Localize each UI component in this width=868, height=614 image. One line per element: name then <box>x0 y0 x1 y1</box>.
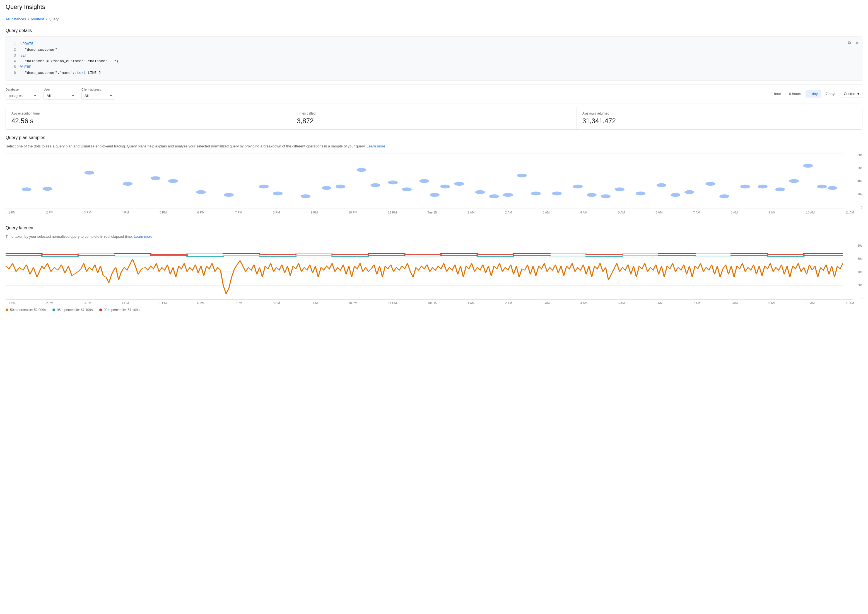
lat-x-5pm: 5 PM <box>160 301 167 305</box>
x-label-8pm: 8 PM <box>273 211 280 214</box>
svg-point-37 <box>656 183 666 187</box>
lat-x-3pm: 3 PM <box>84 301 91 305</box>
database-label: Database <box>6 88 39 91</box>
svg-point-46 <box>803 164 813 168</box>
legend-95th: 95th percentile: 67.109s <box>53 308 93 312</box>
query-plan-section: Query plan samples Select one of the dot… <box>6 135 862 214</box>
user-select[interactable]: All <box>44 92 77 100</box>
svg-point-6 <box>43 187 53 191</box>
x-label-9pm: 9 PM <box>311 211 318 214</box>
time-btn-6hours[interactable]: 6 hours <box>786 90 804 98</box>
code-text-6: "demo_customer"."name"::text LIKE ? <box>20 70 101 76</box>
query-latency-section: Query latency Time taken by your selecte… <box>6 225 862 312</box>
stats-row: Avg execution time 42.56 s Times called … <box>6 107 862 130</box>
copy-button[interactable]: ⧉ <box>846 39 852 47</box>
svg-point-26 <box>475 190 485 194</box>
main-content: Query details 1 UPDATE 2 "demo_customer"… <box>0 28 868 324</box>
scatter-y-20: 20s <box>852 192 862 196</box>
svg-point-22 <box>419 179 429 183</box>
time-btn-1hour[interactable]: 1 hour <box>768 90 785 98</box>
stat-avg-rows: Avg rows returned 31,341.472 <box>577 107 862 129</box>
x-label-9am: 9 AM <box>768 211 775 214</box>
x-label-2pm: 2 PM <box>46 211 53 214</box>
latency-chart-area <box>6 244 852 299</box>
query-latency-desc: Time taken by your selected normalized q… <box>6 234 862 239</box>
svg-point-10 <box>168 179 178 183</box>
svg-point-14 <box>273 192 283 195</box>
x-label-1am: 1 AM <box>467 211 474 214</box>
svg-point-12 <box>224 193 234 197</box>
x-label-11pm: 11 PM <box>388 211 397 214</box>
time-btn-custom[interactable]: Custom ▾ <box>841 90 862 98</box>
scatter-y-60: 60s <box>852 166 862 170</box>
breadcrumb-query: Query <box>49 17 59 21</box>
scatter-y-0: 0 <box>852 206 862 209</box>
svg-point-23 <box>430 193 440 197</box>
query-plan-learn-more[interactable]: Learn more <box>367 144 385 148</box>
svg-point-19 <box>370 183 380 187</box>
time-btn-1day[interactable]: 1 day <box>806 90 821 98</box>
x-label-1pm: 1 PM <box>8 211 16 214</box>
code-line-4: 4 "balance" = ("demo_customer"."balance"… <box>10 59 858 64</box>
latency-chart: 80s 60s 40s 20s 0 1 PM 2 PM 3 PM 4 PM 5 … <box>6 244 862 305</box>
code-text-2: "demo_customer" <box>20 47 58 53</box>
client-address-select[interactable]: All <box>81 92 115 100</box>
stat-avg-rows-value: 31,341.472 <box>582 117 857 125</box>
svg-point-21 <box>402 188 412 191</box>
latency-y-40: 40s <box>852 270 862 273</box>
lat-x-9am: 9 AM <box>768 301 775 305</box>
svg-point-44 <box>775 188 785 191</box>
code-line-3: 3 SET <box>10 53 858 59</box>
svg-point-40 <box>705 182 715 186</box>
scatter-x-labels: 1 PM 2 PM 3 PM 4 PM 5 PM 6 PM 7 PM 8 PM … <box>6 209 862 214</box>
svg-point-38 <box>670 193 680 197</box>
lat-x-1am: 1 AM <box>467 301 474 305</box>
lat-x-8am: 8 AM <box>731 301 738 305</box>
stat-times-called-value: 3,872 <box>297 117 571 125</box>
custom-label: Custom <box>844 92 856 96</box>
legend-50th-label: 50th percentile: 52.009s <box>10 308 46 312</box>
svg-point-30 <box>531 192 541 195</box>
lat-x-4pm: 4 PM <box>121 301 129 305</box>
x-label-4am: 4 AM <box>580 211 587 214</box>
svg-point-47 <box>817 185 827 189</box>
breadcrumb-prodtest[interactable]: prodtest <box>31 17 44 21</box>
code-text-5: WHERE <box>20 64 31 70</box>
filters-row: Database postgres User All Client addres… <box>6 84 862 103</box>
database-select[interactable]: postgres <box>6 92 39 100</box>
x-label-7am: 7 AM <box>693 211 700 214</box>
time-btn-7days[interactable]: 7 days <box>822 90 840 98</box>
app-title: Query Insights <box>6 3 862 11</box>
x-label-3am: 3 AM <box>543 211 550 214</box>
lat-x-9pm: 9 PM <box>311 301 318 305</box>
svg-point-43 <box>758 185 768 189</box>
breadcrumb-sep1: › <box>28 16 29 22</box>
svg-point-41 <box>719 195 729 198</box>
svg-point-15 <box>301 195 310 198</box>
latency-learn-more[interactable]: Learn more <box>134 234 152 239</box>
line-num-3: 3 <box>10 53 16 59</box>
lat-x-6am: 6 AM <box>655 301 663 305</box>
legend-99th: 99th percentile: 67.109s <box>99 308 140 312</box>
x-label-tue15: Tue 15 <box>427 211 437 214</box>
svg-point-13 <box>259 185 269 189</box>
code-line-6: 6 "demo_customer"."name"::text LIKE ? <box>10 70 858 76</box>
close-button[interactable]: ✕ <box>854 39 860 47</box>
custom-chevron-icon: ▾ <box>857 92 859 96</box>
svg-point-18 <box>356 168 366 172</box>
scatter-chart: 80s 60s 40s 20s 0 1 PM 2 PM 3 PM 4 PM 5 … <box>6 153 862 214</box>
x-label-7pm: 7 PM <box>235 211 243 214</box>
legend-95th-label: 95th percentile: 67.109s <box>57 308 93 312</box>
legend-99th-icon <box>99 309 102 311</box>
breadcrumb-all-instances[interactable]: All instances <box>6 17 26 21</box>
x-label-5pm: 5 PM <box>160 211 167 214</box>
svg-point-33 <box>587 193 597 197</box>
svg-point-32 <box>573 185 583 189</box>
svg-point-7 <box>84 171 94 175</box>
svg-point-31 <box>552 192 562 195</box>
code-text-4: "balance" = ("demo_customer"."balance" -… <box>20 59 118 64</box>
lat-x-5am: 5 AM <box>618 301 625 305</box>
user-filter: User All <box>44 88 77 100</box>
top-bar: Query Insights <box>0 0 868 14</box>
svg-point-9 <box>151 177 160 180</box>
